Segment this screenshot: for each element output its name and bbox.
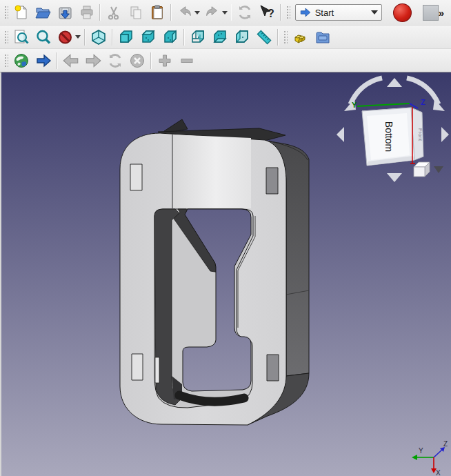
print-button[interactable] (77, 3, 97, 22)
magnifier-icon (35, 29, 52, 46)
toolbar-overflow-chevron[interactable]: » (439, 7, 444, 19)
view-isometric-button[interactable] (88, 28, 109, 47)
navcube-z-label: Z (421, 98, 425, 106)
whats-this-button[interactable]: ? (257, 3, 277, 22)
print-icon (79, 4, 95, 21)
save-icon (57, 4, 73, 21)
new-button[interactable] (11, 3, 32, 22)
redo-dropdown-caret[interactable] (222, 11, 228, 14)
view-top-button[interactable] (138, 28, 159, 47)
separator (170, 4, 172, 21)
freecad-window: ? Start » (0, 0, 451, 476)
model-hole-bottom-left (132, 354, 143, 380)
toolbar-drag-handle[interactable] (283, 30, 288, 45)
paste-clipboard-icon (149, 4, 166, 21)
model-hole-bottom-right (267, 355, 279, 381)
separator (150, 52, 152, 69)
separator (277, 29, 279, 46)
undo-arrow-icon (177, 5, 192, 20)
separator (99, 4, 101, 21)
forward-arrow-icon (84, 52, 102, 70)
axis-y-label: Y (419, 447, 423, 455)
create-part-button[interactable] (290, 28, 311, 47)
part-icon (292, 29, 309, 46)
separator (231, 4, 232, 21)
fit-all-button[interactable] (11, 28, 32, 47)
view-front-button[interactable] (116, 28, 137, 47)
toolbar-area: ? Start » (0, 0, 451, 72)
group-folder-icon (314, 29, 331, 46)
svg-text:?: ? (268, 8, 274, 19)
globe-icon (13, 52, 30, 69)
save-button[interactable] (54, 3, 75, 22)
open-website-button[interactable] (11, 51, 32, 70)
bottom-view-cube-icon (212, 29, 228, 46)
navcube-face-label[interactable]: Bottom (383, 121, 394, 152)
open-folder-icon (34, 4, 51, 21)
left-view-cube-icon (234, 29, 250, 46)
workbench-selector-value: Start (315, 8, 334, 18)
3d-viewport[interactable]: Bottom Front Y Z (0, 72, 451, 476)
web-refresh-button[interactable] (105, 51, 126, 70)
view-left-button[interactable] (232, 28, 252, 47)
back-button[interactable] (61, 51, 81, 70)
forward-button[interactable] (83, 51, 103, 70)
paste-button[interactable] (148, 3, 168, 22)
model-slot (155, 357, 159, 383)
view-bottom-button[interactable] (210, 28, 230, 47)
redo-button[interactable] (202, 3, 223, 22)
stop-macro-button[interactable] (423, 5, 439, 21)
separator (280, 4, 281, 21)
help-cursor-icon: ? (258, 4, 276, 21)
stop-x-icon (129, 52, 146, 69)
separator (84, 29, 86, 46)
navcube-side-label[interactable]: Front (417, 128, 423, 141)
toolbar-drag-handle[interactable] (3, 53, 8, 68)
create-group-button[interactable] (312, 28, 333, 47)
axis-z-label: Z (443, 440, 448, 448)
web-stop-button[interactable] (127, 51, 148, 70)
zoom-button[interactable] (33, 28, 54, 47)
toolbar-drag-handle[interactable] (3, 30, 8, 45)
zoom-out-button[interactable] (177, 51, 197, 70)
undo-dropdown-caret[interactable] (194, 11, 200, 14)
draw-style-button[interactable] (55, 28, 76, 47)
model-hole-top-left (130, 164, 142, 190)
navcube-mini-cube[interactable] (414, 162, 430, 177)
measure-distance-button[interactable] (254, 28, 274, 47)
view-right-button[interactable] (160, 28, 181, 47)
record-macro-button[interactable] (393, 3, 412, 22)
copy-button[interactable] (126, 3, 146, 22)
back-arrow-icon (62, 52, 80, 70)
navcube-y-label: Y (352, 101, 357, 109)
refresh-button[interactable] (234, 3, 255, 22)
right-view-cube-icon (162, 29, 179, 46)
open-button[interactable] (33, 3, 54, 22)
separator (57, 52, 58, 69)
copy-icon (128, 4, 144, 21)
workbench-dropdown-caret[interactable] (371, 10, 378, 14)
model-hole-top-right (266, 168, 278, 194)
separator (112, 29, 113, 46)
redo-arrow-icon (205, 5, 220, 20)
toolbar-drag-handle[interactable] (285, 5, 290, 20)
view-rear-button[interactable] (188, 28, 208, 47)
cad-model[interactable] (120, 119, 309, 425)
axis-x-label: X (436, 469, 441, 476)
undo-button[interactable] (174, 3, 195, 22)
go-button[interactable] (33, 51, 54, 70)
workbench-selector[interactable]: Start (295, 4, 383, 21)
fit-all-icon (13, 29, 30, 46)
ruler-icon (256, 29, 272, 46)
isometric-cube-icon (90, 29, 107, 46)
zoom-in-button[interactable] (154, 51, 175, 70)
scissors-icon (106, 4, 122, 21)
top-view-cube-icon (140, 29, 157, 46)
toolbar-drag-handle[interactable] (3, 5, 8, 20)
3d-scene[interactable]: Bottom Front Y Z (1, 72, 451, 476)
web-refresh-icon (107, 52, 123, 69)
cut-button[interactable] (103, 3, 124, 22)
front-view-cube-icon (118, 29, 134, 46)
draw-style-dropdown-caret[interactable] (75, 35, 81, 39)
minus-icon (179, 52, 195, 69)
